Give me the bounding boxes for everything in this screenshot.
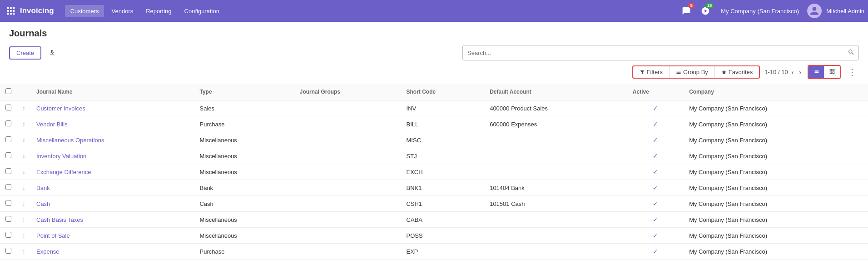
row-drag-handle-3[interactable]: ↕ <box>17 148 31 164</box>
row-checkbox-6[interactable] <box>5 200 11 206</box>
drag-handle-icon[interactable]: ↕ <box>22 120 25 128</box>
row-short-code-5: BNK1 <box>401 180 485 196</box>
apps-icon[interactable] <box>4 4 18 18</box>
favorites-button[interactable]: Favorites <box>715 66 759 78</box>
row-journal-name-3[interactable]: Inventory Valuation <box>31 148 194 164</box>
row-journal-name-1[interactable]: Vendor Bills <box>31 116 194 132</box>
col-header-journal-groups[interactable]: Journal Groups <box>294 84 401 100</box>
row-journal-name-5[interactable]: Bank <box>31 180 194 196</box>
svg-rect-2 <box>13 7 15 9</box>
active-checkmark: ✓ <box>653 200 658 207</box>
row-drag-handle-1[interactable]: ↕ <box>17 116 31 132</box>
drag-handle-icon[interactable]: ↕ <box>22 184 25 191</box>
drag-handle-icon[interactable]: ↕ <box>22 216 25 223</box>
grid-view-btn[interactable] <box>824 66 840 78</box>
filters-button[interactable]: Filters <box>633 66 670 78</box>
groupby-button[interactable]: Group By <box>670 66 715 78</box>
row-drag-handle-9[interactable]: ↕ <box>17 244 31 260</box>
drag-handle-icon[interactable]: ↕ <box>22 105 25 112</box>
row-short-code-9: EXP <box>401 244 485 260</box>
drag-handle-icon[interactable]: ↕ <box>22 248 25 255</box>
activity-icon-btn[interactable]: 25 <box>698 4 713 18</box>
row-checkbox-cell-0 <box>0 100 17 116</box>
list-view-btn[interactable] <box>808 66 824 78</box>
drag-handle-icon[interactable]: ↕ <box>22 136 25 144</box>
row-journal-name-8[interactable]: Point of Sale <box>31 228 194 244</box>
row-journal-groups-4 <box>294 164 401 180</box>
row-drag-handle-0[interactable]: ↕ <box>17 100 31 116</box>
row-active-0: ✓ <box>627 100 684 116</box>
row-company-1: My Company (San Francisco) <box>684 116 868 132</box>
journals-table: Journal Name Type Journal Groups Short C… <box>0 84 868 260</box>
active-checkmark: ✓ <box>653 120 658 128</box>
row-journal-groups-0 <box>294 100 401 116</box>
col-header-active[interactable]: Active <box>627 84 684 100</box>
row-checkbox-2[interactable] <box>5 136 11 142</box>
company-selector[interactable]: My Company (San Francisco) <box>721 8 799 15</box>
avatar[interactable] <box>807 4 822 18</box>
chat-icon-btn[interactable]: 5 <box>679 4 694 18</box>
row-default-account-6: 101501 Cash <box>484 196 627 212</box>
row-journal-name-4[interactable]: Exchange Difference <box>31 164 194 180</box>
row-journal-name-9[interactable]: Expense <box>31 244 194 260</box>
row-drag-handle-8[interactable]: ↕ <box>17 228 31 244</box>
row-default-account-9 <box>484 244 627 260</box>
search-input[interactable] <box>463 50 844 56</box>
row-short-code-8: POSS <box>401 228 485 244</box>
row-checkbox-0[interactable] <box>5 105 11 110</box>
row-checkbox-5[interactable] <box>5 184 11 190</box>
nav-reporting[interactable]: Reporting <box>140 5 177 17</box>
row-company-8: My Company (San Francisco) <box>684 228 868 244</box>
app-brand[interactable]: Invoicing <box>20 6 54 15</box>
row-short-code-4: EXCH <box>401 164 485 180</box>
col-header-company[interactable]: Company <box>684 84 868 100</box>
col-header-type[interactable]: Type <box>194 84 294 100</box>
row-type-1: Purchase <box>194 116 294 132</box>
row-default-account-2 <box>484 132 627 148</box>
nav-configuration[interactable]: Configuration <box>179 5 225 17</box>
pagination-prev[interactable]: ‹ <box>790 68 796 77</box>
col-header-short-code[interactable]: Short Code <box>401 84 485 100</box>
select-all-checkbox[interactable] <box>5 88 11 94</box>
topnav: Invoicing Customers Vendors Reporting Co… <box>0 0 868 22</box>
row-journal-name-6[interactable]: Cash <box>31 196 194 212</box>
row-journal-name-7[interactable]: Cash Basis Taxes <box>31 212 194 228</box>
row-checkbox-4[interactable] <box>5 168 11 174</box>
row-journal-groups-3 <box>294 148 401 164</box>
row-journal-name-2[interactable]: Miscellaneous Operations <box>31 132 194 148</box>
row-default-account-0: 400000 Product Sales <box>484 100 627 116</box>
user-name[interactable]: Mitchell Admin <box>826 8 864 15</box>
row-checkbox-3[interactable] <box>5 152 11 158</box>
row-short-code-7: CABA <box>401 212 485 228</box>
more-options-btn[interactable]: ⋮ <box>845 66 859 78</box>
row-drag-handle-5[interactable]: ↕ <box>17 180 31 196</box>
row-journal-groups-2 <box>294 132 401 148</box>
col-header-journal-name[interactable]: Journal Name <box>31 84 194 100</box>
drag-handle-icon[interactable]: ↕ <box>22 232 25 239</box>
row-drag-handle-6[interactable]: ↕ <box>17 196 31 212</box>
download-icon-btn[interactable] <box>45 47 60 58</box>
table-row: ↕ Point of Sale Miscellaneous POSS ✓ My … <box>0 228 868 244</box>
row-drag-handle-2[interactable]: ↕ <box>17 132 31 148</box>
nav-vendors[interactable]: Vendors <box>106 5 139 17</box>
drag-handle-icon[interactable]: ↕ <box>22 168 25 175</box>
row-journal-name-0[interactable]: Customer Invoices <box>31 100 194 116</box>
row-checkbox-7[interactable] <box>5 216 11 222</box>
table-row: ↕ Expense Purchase EXP ✓ My Company (San… <box>0 244 868 260</box>
row-checkbox-9[interactable] <box>5 248 11 254</box>
page-content: Journals Create Filters <box>0 22 868 275</box>
pagination-info: 1-10 / 10 ‹ › <box>764 68 803 77</box>
pagination-next[interactable]: › <box>797 68 803 77</box>
col-header-default-account[interactable]: Default Account <box>484 84 627 100</box>
row-active-8: ✓ <box>627 228 684 244</box>
create-button[interactable]: Create <box>9 46 41 60</box>
svg-rect-0 <box>7 7 9 9</box>
row-drag-handle-4[interactable]: ↕ <box>17 164 31 180</box>
drag-handle-icon[interactable]: ↕ <box>22 152 25 160</box>
row-checkbox-1[interactable] <box>5 120 11 126</box>
row-checkbox-8[interactable] <box>5 232 11 238</box>
drag-handle-icon[interactable]: ↕ <box>22 200 25 207</box>
search-icon-btn[interactable] <box>844 49 858 57</box>
row-drag-handle-7[interactable]: ↕ <box>17 212 31 228</box>
nav-customers[interactable]: Customers <box>65 5 104 17</box>
